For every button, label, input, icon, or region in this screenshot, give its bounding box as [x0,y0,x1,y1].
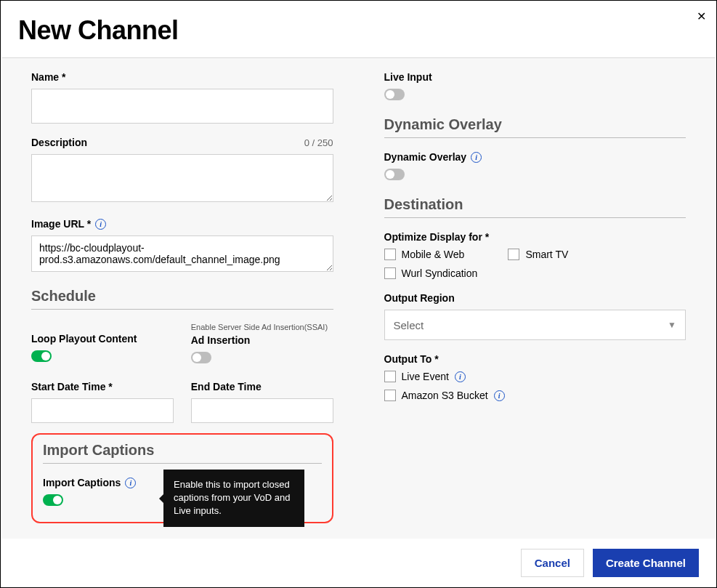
info-icon[interactable]: i [471,152,482,163]
output-region-select[interactable]: Select ▼ [384,310,686,340]
description-counter: 0 / 250 [304,137,333,148]
image-url-label: Image URL * i [31,218,333,230]
close-icon[interactable]: ✕ [697,11,706,23]
right-column: Live Input Dynamic Overlay Dynamic Overl… [384,58,686,524]
start-datetime-input[interactable] [31,398,174,423]
schedule-section-title: Schedule [31,288,333,310]
checkbox-s3-bucket[interactable]: Amazon S3 Bucket i [384,390,686,401]
modal-content: Name * Description 0 / 250 Image URL * i… [2,57,715,539]
ad-insertion-label: Ad Insertion [191,334,333,346]
live-input-label: Live Input [384,71,686,83]
loop-playout-toggle[interactable] [31,350,52,362]
destination-title: Destination [384,196,686,218]
end-datetime-label: End Date Time [191,381,333,392]
checkbox-icon[interactable] [384,249,396,260]
image-url-input[interactable]: https://bc-cloudplayout-prod.s3.amazonaw… [31,235,333,272]
loop-playout-label: Loop Playout Content [31,333,174,345]
live-input-toggle[interactable] [384,89,405,100]
modal-footer: Cancel Create Channel [1,539,716,587]
dynamic-overlay-title: Dynamic Overlay [384,116,686,138]
dynamic-overlay-label: Dynamic Overlay i [384,151,686,163]
chevron-down-icon: ▼ [668,320,676,330]
modal-header: New Channel [1,1,716,46]
output-region-field: Output Region Select ▼ [384,292,686,340]
start-datetime-field: Start Date Time * [31,381,174,423]
info-icon[interactable]: i [125,478,136,488]
dynamic-overlay-toggle[interactable] [384,169,405,180]
checkbox-icon[interactable] [508,249,519,260]
optimize-display-field: Optimize Display for * Mobile & Web Smar… [384,231,686,279]
checkbox-icon[interactable] [384,390,396,401]
info-icon[interactable]: i [494,390,505,401]
ad-insertion-toggle[interactable] [191,352,211,363]
live-input-field: Live Input [384,71,686,103]
ad-insertion-field: Enable Server Side Ad Insertion(SSAI) Ad… [191,323,333,366]
modal-title: New Channel [18,15,699,46]
checkbox-live-event[interactable]: Live Event i [384,371,686,382]
optimize-display-label: Optimize Display for * [384,231,686,243]
import-captions-title: Import Captions [43,442,322,464]
checkbox-icon[interactable] [384,371,396,382]
create-channel-button[interactable]: Create Channel [593,549,699,577]
new-channel-modal: ✕ New Channel Name * Description 0 / 250… [1,1,716,587]
description-label: Description [31,137,87,148]
output-to-field: Output To * Live Event i Amazon S3 Bucke… [384,353,686,401]
name-input[interactable] [31,89,333,124]
name-label: Name * [31,71,333,83]
output-to-label: Output To * [384,353,686,365]
image-url-field: Image URL * i https://bc-cloudplayout-pr… [31,218,333,275]
name-field: Name * [31,71,333,124]
info-icon[interactable]: i [455,371,466,382]
checkbox-smart-tv[interactable]: Smart TV [508,249,568,260]
output-region-label: Output Region [384,292,686,304]
loop-playout-field: Loop Playout Content [31,323,174,366]
import-captions-highlight: Import Captions Import Captions i Enable… [31,433,333,523]
dynamic-overlay-field: Dynamic Overlay i [384,151,686,183]
start-datetime-label: Start Date Time * [31,381,174,392]
end-datetime-field: End Date Time [191,381,333,423]
checkbox-wurl[interactable]: Wurl Syndication [384,267,686,279]
import-captions-tooltip: Enable this to import closed captions fr… [163,470,304,527]
cancel-button[interactable]: Cancel [521,549,584,577]
ssai-hint: Enable Server Side Ad Insertion(SSAI) [191,323,333,331]
description-textarea[interactable] [31,154,333,202]
schedule-toggles-row: Loop Playout Content Enable Server Side … [31,323,333,366]
end-datetime-input[interactable] [191,398,333,423]
import-captions-toggle[interactable] [43,494,63,506]
checkbox-mobile-web[interactable]: Mobile & Web [384,249,465,260]
left-column: Name * Description 0 / 250 Image URL * i… [31,58,333,524]
description-field: Description 0 / 250 [31,137,333,205]
checkbox-icon[interactable] [384,267,396,279]
datetime-row: Start Date Time * End Date Time [31,381,333,423]
info-icon[interactable]: i [95,219,106,230]
